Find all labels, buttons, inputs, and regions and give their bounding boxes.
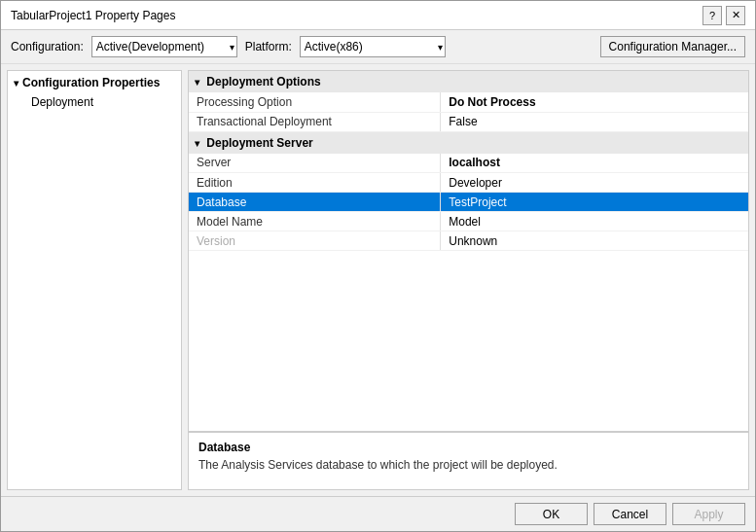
database-input[interactable] — [449, 195, 740, 209]
table-row: Transactional Deployment False — [189, 112, 748, 131]
cancel-button[interactable]: Cancel — [594, 503, 666, 525]
description-title: Database — [198, 441, 738, 454]
prop-value-editing[interactable] — [441, 193, 748, 212]
footer: OK Cancel Apply — [1, 496, 755, 531]
table-row: Edition Developer — [189, 173, 748, 193]
sidebar-item-deployment[interactable]: Deployment — [8, 92, 181, 112]
title-bar-controls: ? ✕ — [702, 6, 745, 25]
title-bar: TabularProject1 Property Pages ? ✕ — [1, 1, 755, 30]
properties-table: ▾ Deployment Options Processing Option D… — [189, 71, 748, 431]
sidebar-group-header[interactable]: ▾ Configuration Properties — [8, 73, 181, 92]
dialog: TabularProject1 Property Pages ? ✕ Confi… — [0, 0, 756, 532]
prop-value[interactable]: Developer — [441, 173, 748, 193]
dialog-title: TabularProject1 Property Pages — [11, 9, 175, 22]
ok-button[interactable]: OK — [515, 503, 588, 525]
description-panel: Database The Analysis Services database … — [189, 431, 748, 489]
prop-name: Edition — [189, 173, 441, 193]
platform-label: Platform: — [245, 40, 292, 53]
content-area: ▾ Configuration Properties Deployment — [1, 64, 755, 496]
platform-select[interactable]: Active(x86) — [300, 36, 446, 57]
platform-select-wrapper: Active(x86) — [300, 36, 446, 57]
prop-name: Transactional Deployment — [189, 112, 441, 131]
prop-value[interactable]: Model — [441, 212, 748, 231]
config-label: Configuration: — [11, 40, 84, 53]
deployment-server-header: ▾ Deployment Server — [189, 131, 748, 154]
sidebar-group-label: Configuration Properties — [22, 76, 160, 89]
config-select[interactable]: Active(Development) — [91, 36, 237, 57]
properties-grid: ▾ Deployment Options Processing Option D… — [189, 71, 748, 251]
config-select-wrapper: Active(Development) — [91, 36, 237, 57]
collapse-icon: ▾ — [195, 138, 199, 149]
prop-name: Database — [189, 193, 441, 212]
table-row: Model Name Model — [189, 212, 748, 231]
prop-name: Model Name — [189, 212, 441, 231]
sidebar-group: ▾ Configuration Properties Deployment — [8, 71, 181, 114]
help-button[interactable]: ? — [702, 6, 722, 25]
toolbar: Configuration: Active(Development) Platf… — [1, 30, 755, 64]
prop-value[interactable]: False — [441, 112, 748, 131]
prop-name: Processing Option — [189, 92, 441, 112]
deployment-options-label: Deployment Options — [206, 75, 320, 89]
chevron-down-icon: ▾ — [14, 78, 18, 89]
apply-button[interactable]: Apply — [672, 503, 745, 525]
prop-value[interactable]: localhost — [441, 154, 748, 173]
table-row: Processing Option Do Not Process — [189, 92, 748, 112]
deployment-options-header: ▾ Deployment Options — [189, 71, 748, 92]
deployment-server-label: Deployment Server — [206, 136, 312, 150]
prop-name: Server — [189, 154, 441, 173]
main-panel: ▾ Deployment Options Processing Option D… — [188, 70, 749, 490]
prop-value[interactable]: Do Not Process — [441, 92, 748, 112]
config-manager-button[interactable]: Configuration Manager... — [600, 36, 745, 57]
prop-name: Version — [189, 231, 441, 251]
sidebar: ▾ Configuration Properties Deployment — [7, 70, 182, 490]
table-row: Version Unknown — [189, 231, 748, 251]
collapse-icon: ▾ — [195, 77, 199, 88]
table-row-selected[interactable]: Database — [189, 193, 748, 212]
table-row: Server localhost — [189, 154, 748, 173]
close-button[interactable]: ✕ — [726, 6, 745, 25]
description-text: The Analysis Services database to which … — [198, 458, 738, 472]
prop-value: Unknown — [441, 231, 748, 251]
